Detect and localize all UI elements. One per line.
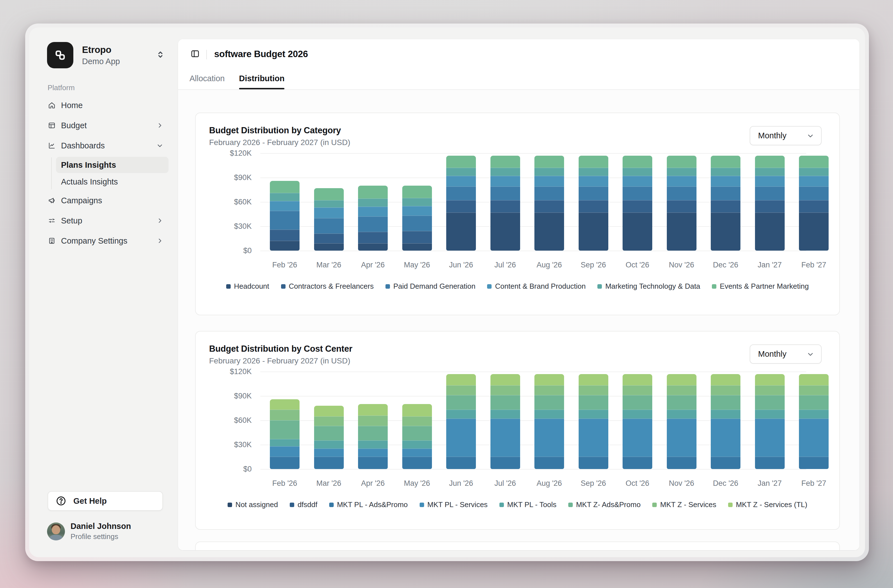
bar-feb27[interactable] bbox=[799, 374, 828, 469]
tab-allocation[interactable]: Allocation bbox=[189, 74, 225, 89]
bar-apr26[interactable] bbox=[358, 186, 388, 251]
bar-oct26[interactable] bbox=[622, 156, 652, 251]
sidebar-item-company-settings[interactable]: Company Settings bbox=[39, 232, 168, 250]
bar-dec26[interactable] bbox=[711, 156, 740, 251]
sidebar-toggle-icon[interactable] bbox=[191, 49, 200, 58]
legend-item[interactable]: MKT Z- Ads&Promo bbox=[568, 500, 641, 509]
chevrons-up-down-icon[interactable] bbox=[156, 50, 165, 59]
submenu-guide-line bbox=[51, 157, 52, 189]
bar-segment bbox=[622, 156, 652, 168]
bar-nov26[interactable] bbox=[667, 374, 696, 469]
bar-segment bbox=[799, 419, 828, 457]
bar-segment bbox=[402, 206, 432, 216]
bar-segment bbox=[314, 441, 344, 448]
bar-segment bbox=[270, 446, 299, 457]
bar-segment bbox=[446, 457, 476, 469]
sidebar-item-home[interactable]: Home bbox=[39, 96, 168, 114]
legend-swatch bbox=[281, 284, 286, 289]
bar-segment bbox=[314, 457, 344, 469]
x-axis-label: Aug '26 bbox=[527, 261, 571, 269]
bar-segment bbox=[490, 385, 520, 395]
plot-area bbox=[260, 371, 806, 469]
bar-aug26[interactable] bbox=[534, 156, 564, 251]
legend-item[interactable]: MKT Z - Services bbox=[652, 500, 716, 509]
chevron-down-icon bbox=[156, 142, 164, 149]
bar-aug26[interactable] bbox=[534, 374, 564, 469]
legend-item[interactable]: dfsddf bbox=[290, 500, 317, 509]
bar-segment bbox=[622, 186, 652, 200]
bar-segment bbox=[579, 156, 608, 168]
granularity-select[interactable]: Monthly bbox=[750, 344, 822, 364]
bar-sep26[interactable] bbox=[579, 374, 608, 469]
granularity-select[interactable]: Monthly bbox=[750, 126, 822, 145]
legend-swatch bbox=[419, 502, 424, 507]
user-name: Daniel Johnson bbox=[71, 522, 131, 531]
x-axis-label: Dec '26 bbox=[704, 261, 748, 269]
sidebar-item-dashboards[interactable]: Dashboards bbox=[39, 137, 168, 155]
bar-feb26[interactable] bbox=[270, 399, 299, 469]
sidebar-item-plans-insights[interactable]: Plans Insights bbox=[56, 157, 168, 173]
user-profile[interactable]: Daniel Johnson Profile settings bbox=[47, 522, 131, 541]
bar-jun26[interactable] bbox=[446, 156, 476, 251]
bar-jan27[interactable] bbox=[755, 156, 785, 251]
sidebar-item-campaigns[interactable]: Campaigns bbox=[39, 191, 168, 209]
legend-item[interactable]: Headcount bbox=[226, 282, 269, 291]
bar-segment bbox=[799, 176, 828, 186]
bar-jun26[interactable] bbox=[446, 374, 476, 469]
bar-may26[interactable] bbox=[402, 404, 432, 469]
bar-may26[interactable] bbox=[402, 186, 432, 251]
bar-segment bbox=[711, 395, 740, 410]
bar-jan27[interactable] bbox=[755, 374, 785, 469]
legend-item[interactable]: Events & Partner Marketing bbox=[712, 282, 809, 291]
bar-segment bbox=[799, 156, 828, 168]
legend-item[interactable]: Content & Brand Production bbox=[487, 282, 586, 291]
gridline bbox=[260, 251, 806, 251]
legend-item[interactable]: Contractors & Freelancers bbox=[281, 282, 374, 291]
legend-item[interactable]: Not assigned bbox=[228, 500, 278, 509]
bar-segment bbox=[579, 457, 608, 469]
plot-area bbox=[260, 153, 806, 251]
legend-item[interactable]: MKT PL - Ads&Promo bbox=[329, 500, 408, 509]
legend-item[interactable]: Paid Demand Generation bbox=[385, 282, 475, 291]
bar-segment bbox=[270, 241, 299, 251]
bar-segment bbox=[534, 374, 564, 386]
bar-nov26[interactable] bbox=[667, 156, 696, 251]
bar-dec26[interactable] bbox=[711, 374, 740, 469]
sidebar-item-setup[interactable]: Setup bbox=[39, 212, 168, 230]
bar-segment bbox=[622, 212, 652, 251]
legend-item[interactable]: MKT PL - Services bbox=[419, 500, 488, 509]
bar-jul26[interactable] bbox=[490, 156, 520, 251]
bar-apr26[interactable] bbox=[358, 404, 388, 469]
bar-segment bbox=[314, 406, 344, 417]
bar-feb26[interactable] bbox=[270, 181, 299, 251]
tab-distribution[interactable]: Distribution bbox=[239, 74, 285, 89]
megaphone-icon bbox=[48, 197, 56, 204]
legend-item[interactable]: MKT PL - Tools bbox=[499, 500, 556, 509]
x-axis-label: Sep '26 bbox=[571, 479, 616, 488]
bar-sep26[interactable] bbox=[579, 156, 608, 251]
bar-jul26[interactable] bbox=[490, 374, 520, 469]
workspace-switcher[interactable]: Etropo Demo App bbox=[47, 42, 120, 68]
bar-segment bbox=[622, 385, 652, 395]
bar-segment bbox=[270, 410, 299, 420]
legend-item[interactable]: Marketing Technology & Data bbox=[597, 282, 700, 291]
bar-segment bbox=[799, 410, 828, 419]
sidebar-section-label: Platform bbox=[48, 83, 75, 92]
legend-swatch bbox=[728, 502, 732, 507]
get-help-button[interactable]: Get Help bbox=[48, 491, 163, 511]
sidebar-item-actuals-insights[interactable]: Actuals Insights bbox=[56, 174, 168, 190]
bar-segment bbox=[711, 186, 740, 200]
bar-segment bbox=[402, 457, 432, 469]
legend-label: Paid Demand Generation bbox=[393, 282, 475, 291]
bar-mar26[interactable] bbox=[314, 188, 344, 251]
bar-feb27[interactable] bbox=[799, 156, 828, 251]
bar-segment bbox=[711, 374, 740, 386]
brand-name: Etropo bbox=[82, 45, 120, 55]
bar-segment bbox=[711, 156, 740, 168]
legend-item[interactable]: MKT Z - Services (TL) bbox=[728, 500, 807, 509]
sidebar-item-budget[interactable]: Budget bbox=[39, 116, 168, 134]
legend-label: MKT Z - Services bbox=[660, 500, 716, 509]
bar-mar26[interactable] bbox=[314, 406, 344, 469]
bar-segment bbox=[358, 232, 388, 243]
bar-oct26[interactable] bbox=[622, 374, 652, 469]
